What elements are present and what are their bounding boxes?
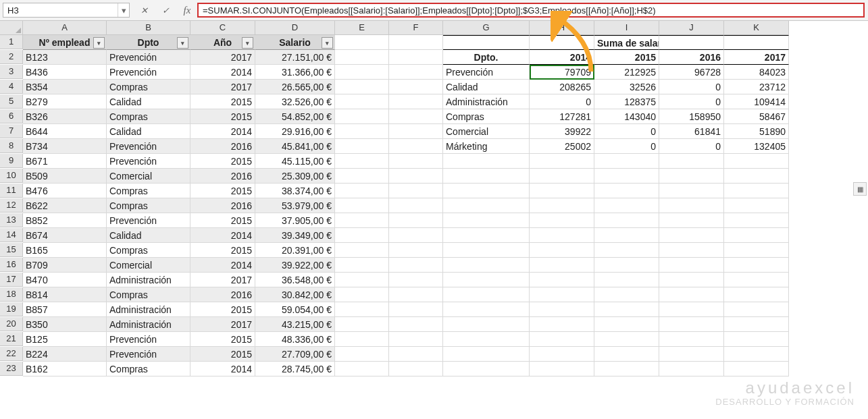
- cell[interactable]: [335, 362, 389, 376]
- column-header[interactable]: K: [724, 21, 789, 35]
- table-cell[interactable]: 30.842,00 €: [255, 287, 335, 302]
- cell[interactable]: [389, 94, 443, 109]
- pivot-value[interactable]: 32526: [594, 80, 659, 94]
- pivot-value[interactable]: 96728: [659, 65, 724, 80]
- cell[interactable]: [335, 332, 389, 347]
- cell[interactable]: [724, 154, 789, 169]
- table-cell[interactable]: B857: [23, 302, 107, 317]
- pivot-value[interactable]: 109414: [724, 94, 789, 109]
- cell[interactable]: [389, 50, 443, 65]
- pivot-title[interactable]: Suma de salarios anuales: [594, 35, 659, 50]
- cell[interactable]: [594, 213, 659, 228]
- cell[interactable]: [335, 243, 389, 258]
- cell[interactable]: [389, 287, 443, 302]
- cell[interactable]: [335, 287, 389, 302]
- cell[interactable]: [594, 184, 659, 198]
- pivot-row-label[interactable]: Calidad: [443, 80, 530, 94]
- cell[interactable]: [530, 302, 594, 317]
- row-header[interactable]: 22: [0, 347, 23, 361]
- table-cell[interactable]: Comercial: [107, 258, 190, 273]
- cell[interactable]: [389, 198, 443, 213]
- table-cell[interactable]: B350: [23, 317, 107, 332]
- table-cell[interactable]: 2016: [190, 198, 255, 213]
- column-header[interactable]: J: [659, 21, 724, 35]
- filter-dropdown-icon[interactable]: ▾: [242, 37, 253, 49]
- table-cell[interactable]: 2015: [190, 109, 255, 124]
- pivot-row-label[interactable]: Compras: [443, 109, 530, 124]
- pivot-value[interactable]: 212925: [594, 65, 659, 80]
- pivot-value[interactable]: 158950: [659, 109, 724, 124]
- table-cell[interactable]: 2017: [190, 273, 255, 287]
- table-cell[interactable]: B671: [23, 154, 107, 169]
- pivot-row-label[interactable]: Prevención: [443, 65, 530, 80]
- row-header[interactable]: 1: [0, 35, 23, 49]
- cell[interactable]: [724, 169, 789, 184]
- cell[interactable]: [724, 273, 789, 287]
- table-cell[interactable]: Prevención: [107, 139, 190, 154]
- table-cell[interactable]: B622: [23, 198, 107, 213]
- cell[interactable]: [389, 213, 443, 228]
- cell[interactable]: [389, 35, 443, 50]
- cell[interactable]: [443, 362, 530, 376]
- table-cell[interactable]: B509: [23, 169, 107, 184]
- table-cell[interactable]: Comercial: [107, 169, 190, 184]
- name-box[interactable]: H3 ▾: [3, 3, 130, 18]
- table-cell[interactable]: 20.391,00 €: [255, 243, 335, 258]
- cell[interactable]: [724, 35, 789, 50]
- column-header[interactable]: C: [190, 21, 255, 35]
- row-header[interactable]: 7: [0, 124, 23, 138]
- cell[interactable]: [443, 332, 530, 347]
- pivot-value[interactable]: 0: [659, 94, 724, 109]
- cell[interactable]: [335, 317, 389, 332]
- table-cell[interactable]: B709: [23, 258, 107, 273]
- row-header[interactable]: 10: [0, 169, 23, 183]
- cell[interactable]: [335, 50, 389, 65]
- table-cell[interactable]: 54.852,00 €: [255, 109, 335, 124]
- cell[interactable]: [335, 94, 389, 109]
- table-cell[interactable]: B470: [23, 273, 107, 287]
- table-cell[interactable]: B852: [23, 213, 107, 228]
- row-header[interactable]: 11: [0, 184, 23, 198]
- cell[interactable]: [389, 109, 443, 124]
- cancel-icon[interactable]: ✕: [138, 4, 150, 16]
- table-cell[interactable]: B279: [23, 94, 107, 109]
- row-header[interactable]: 15: [0, 243, 23, 257]
- row-header[interactable]: 12: [0, 198, 23, 213]
- table-cell[interactable]: Compras: [107, 198, 190, 213]
- table-cell[interactable]: 2014: [190, 228, 255, 243]
- table-cell[interactable]: 29.916,00 €: [255, 124, 335, 139]
- cell[interactable]: [724, 332, 789, 347]
- table-cell[interactable]: 39.922,00 €: [255, 258, 335, 273]
- cell[interactable]: [594, 287, 659, 302]
- table-cell[interactable]: 45.115,00 €: [255, 154, 335, 169]
- cell[interactable]: [443, 35, 530, 50]
- table-cell[interactable]: Prevención: [107, 332, 190, 347]
- table-cell[interactable]: 26.565,00 €: [255, 80, 335, 94]
- table-cell[interactable]: B326: [23, 109, 107, 124]
- pivot-value[interactable]: 0: [659, 80, 724, 94]
- row-header[interactable]: 9: [0, 154, 23, 168]
- cell[interactable]: [443, 347, 530, 362]
- pivot-value[interactable]: 51890: [724, 124, 789, 139]
- table-cell[interactable]: 2016: [190, 287, 255, 302]
- cell[interactable]: [530, 243, 594, 258]
- cell[interactable]: [724, 184, 789, 198]
- table-cell[interactable]: Prevención: [107, 347, 190, 362]
- active-cell[interactable]: 79709: [530, 65, 594, 80]
- cell[interactable]: [594, 273, 659, 287]
- table-cell[interactable]: Prevención: [107, 50, 190, 65]
- table-cell[interactable]: B162: [23, 362, 107, 376]
- row-header[interactable]: 21: [0, 332, 23, 346]
- column-header[interactable]: I: [594, 21, 659, 35]
- pivot-value[interactable]: 127281: [530, 109, 594, 124]
- pivot-year-header[interactable]: 2017: [724, 50, 789, 65]
- table-cell[interactable]: 2015: [190, 184, 255, 198]
- table-cell[interactable]: 28.745,00 €: [255, 362, 335, 376]
- cell[interactable]: [389, 228, 443, 243]
- table-cell[interactable]: 48.336,00 €: [255, 332, 335, 347]
- fx-icon[interactable]: fx: [181, 4, 193, 16]
- cell[interactable]: [659, 317, 724, 332]
- pivot-value[interactable]: 25002: [530, 139, 594, 154]
- cell[interactable]: [389, 169, 443, 184]
- cell[interactable]: [594, 332, 659, 347]
